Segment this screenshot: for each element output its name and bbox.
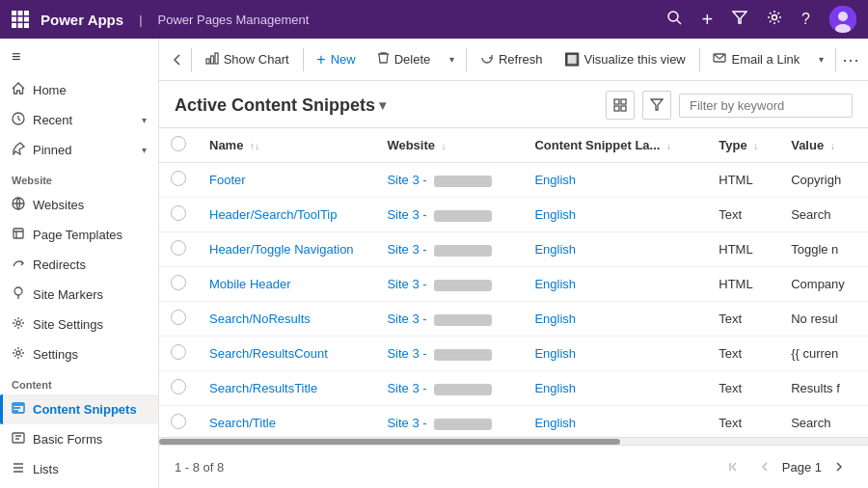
search-icon[interactable] (666, 10, 682, 29)
table-row[interactable]: Search/ResultsCount Site 3 - English Tex… (159, 337, 868, 371)
row-website-link[interactable]: Site 3 - (387, 312, 492, 326)
row-website-link[interactable]: Site 3 - (387, 346, 492, 361)
email-link-button[interactable]: Email a Link (703, 46, 809, 72)
row-checkbox-cell[interactable] (159, 163, 198, 198)
waffle-icon[interactable] (12, 11, 29, 28)
sidebar-item-lists[interactable]: Lists (0, 454, 158, 484)
table-row[interactable]: Mobile Header Site 3 - English HTML Comp… (159, 267, 868, 302)
filter-input[interactable] (679, 94, 853, 118)
col-name[interactable]: Name ↑↓ (198, 128, 375, 163)
row-website-link[interactable]: Site 3 - (387, 277, 492, 291)
first-page-button[interactable] (720, 453, 747, 480)
row-lang-link[interactable]: English (534, 346, 576, 361)
more-button[interactable]: ⋯ (840, 45, 860, 74)
row-name-link[interactable]: Search/ResultsTitle (209, 381, 317, 395)
table-row[interactable]: Header/Search/ToolTip Site 3 - English T… (159, 198, 868, 232)
table-row[interactable]: Footer Site 3 - English HTML Copyrigh (159, 163, 868, 198)
sidebar-item-site-settings[interactable]: Site Settings (0, 310, 158, 339)
row-value-cell: Search (779, 406, 868, 438)
row-lang-link[interactable]: English (534, 381, 576, 395)
refresh-button[interactable]: Refresh (471, 46, 553, 72)
row-checkbox[interactable] (171, 171, 186, 186)
sidebar-item-content-snippets[interactable]: Content Snippets (0, 394, 158, 424)
row-name-link[interactable]: Header/Toggle Navigation (209, 242, 354, 257)
table-row[interactable]: Header/Toggle Navigation Site 3 - Englis… (159, 232, 868, 267)
row-name-link[interactable]: Header/Search/ToolTip (209, 207, 337, 222)
row-checkbox[interactable] (171, 414, 186, 429)
row-website-link[interactable]: Site 3 - (387, 242, 492, 257)
horizontal-scroll-thumb[interactable] (159, 439, 620, 445)
row-website-cell: Site 3 - (375, 406, 523, 438)
col-snippet-lang[interactable]: Content Snippet La... ↓ (523, 128, 707, 163)
select-all-col[interactable] (159, 128, 198, 163)
row-checkbox-cell[interactable] (159, 406, 198, 438)
sidebar-item-websites[interactable]: Websites (0, 190, 158, 220)
row-lang-link[interactable]: English (534, 277, 576, 291)
col-value[interactable]: Value ↓ (779, 128, 868, 163)
avatar[interactable] (829, 6, 856, 33)
row-checkbox[interactable] (171, 240, 186, 256)
show-chart-button[interactable]: Show Chart (196, 46, 299, 72)
row-checkbox[interactable] (171, 344, 186, 360)
row-checkbox[interactable] (171, 205, 186, 221)
row-name-link[interactable]: Footer (209, 173, 246, 187)
sidebar-item-page-templates[interactable]: Page Templates (0, 220, 158, 250)
row-checkbox[interactable] (171, 310, 186, 325)
sidebar-item-basic-forms[interactable]: Basic Forms (0, 424, 158, 454)
delete-button[interactable]: Delete (367, 46, 441, 72)
help-icon[interactable]: ? (801, 11, 810, 28)
row-lang-link[interactable]: English (534, 173, 576, 187)
row-lang-link[interactable]: English (534, 242, 576, 257)
row-name-link[interactable]: Search/Title (209, 416, 276, 430)
table-row[interactable]: Search/ResultsTitle Site 3 - English Tex… (159, 371, 868, 406)
back-button[interactable] (167, 45, 187, 74)
row-website-link[interactable]: Site 3 - (387, 381, 492, 395)
row-website-link[interactable]: Site 3 - (387, 207, 492, 222)
select-all-checkbox[interactable] (171, 136, 186, 151)
row-checkbox-cell[interactable] (159, 371, 198, 406)
filter-icon[interactable] (732, 10, 747, 29)
table-row[interactable]: Search/NoResults Site 3 - English Text N… (159, 302, 868, 337)
row-name-link[interactable]: Search/NoResults (209, 312, 311, 326)
delete-dropdown-button[interactable]: ▾ (442, 45, 462, 74)
row-lang-link[interactable]: English (534, 312, 576, 326)
row-name-link[interactable]: Mobile Header (209, 277, 291, 291)
row-lang-link[interactable]: English (534, 416, 576, 430)
sidebar-hamburger[interactable]: ≡ (0, 39, 158, 75)
col-type-label: Type (719, 138, 746, 152)
email-dropdown-button[interactable]: ▾ (811, 45, 831, 74)
row-checkbox-cell[interactable] (159, 198, 198, 232)
sidebar-item-pinned[interactable]: Pinned ▾ (0, 135, 158, 165)
view-filter-button[interactable] (642, 91, 671, 120)
horizontal-scrollbar[interactable] (159, 437, 868, 445)
table-row[interactable]: Search/Title Site 3 - English Text Searc… (159, 406, 868, 438)
next-page-button[interactable] (826, 453, 853, 480)
row-checkbox[interactable] (171, 275, 186, 290)
settings-icon[interactable] (767, 10, 782, 29)
view-layout-button[interactable] (606, 91, 635, 120)
row-checkbox-cell[interactable] (159, 302, 198, 337)
view-title-chevron-icon[interactable]: ▾ (379, 97, 386, 113)
chart-icon (205, 51, 219, 68)
row-checkbox-cell[interactable] (159, 267, 198, 302)
svg-rect-1 (18, 11, 23, 15)
visualize-button[interactable]: 🔲 Visualize this view (555, 47, 695, 71)
sidebar-item-recent[interactable]: Recent ▾ (0, 105, 158, 135)
row-website-link[interactable]: Site 3 - (387, 416, 492, 430)
row-name-link[interactable]: Search/ResultsCount (209, 346, 328, 361)
add-icon[interactable]: + (701, 9, 713, 31)
sidebar-item-home[interactable]: Home (0, 75, 158, 105)
col-type[interactable]: Type ↓ (707, 128, 779, 163)
sidebar-item-redirects[interactable]: Redirects (0, 250, 158, 280)
col-website[interactable]: Website ↓ (375, 128, 523, 163)
settings-gear-icon (12, 346, 25, 363)
row-checkbox-cell[interactable] (159, 232, 198, 267)
row-website-link[interactable]: Site 3 - (387, 173, 492, 187)
sidebar-item-settings[interactable]: Settings (0, 339, 158, 369)
prev-page-button[interactable] (751, 453, 778, 480)
row-checkbox-cell[interactable] (159, 337, 198, 371)
new-button[interactable]: + New (307, 46, 365, 73)
row-checkbox[interactable] (171, 379, 186, 394)
sidebar-item-site-markers[interactable]: Site Markers (0, 280, 158, 310)
row-lang-link[interactable]: English (534, 207, 576, 222)
